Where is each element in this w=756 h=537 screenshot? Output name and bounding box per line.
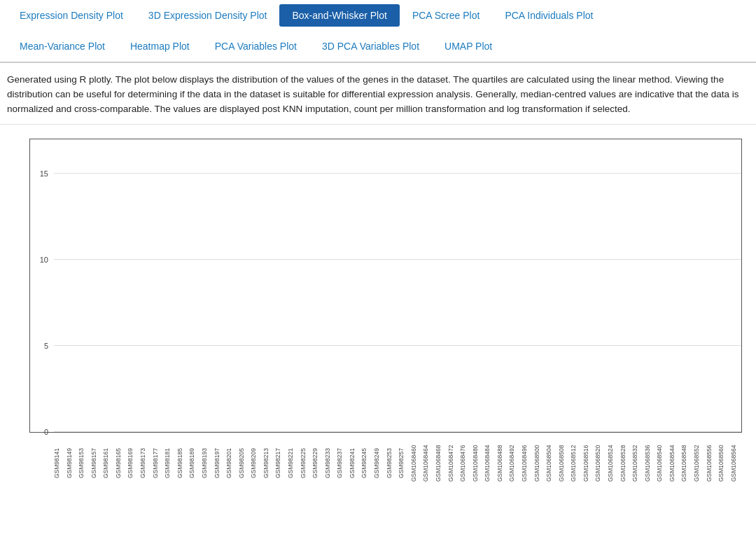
- x-label: GSM98229: [312, 433, 324, 496]
- x-label: GSM1068536: [644, 433, 657, 496]
- x-label: GSM98213: [262, 433, 275, 496]
- x-label: GSM1068500: [533, 433, 546, 496]
- x-label: GSM1068484: [484, 433, 496, 496]
- tab-heatmap[interactable]: Heatmap Plot: [118, 35, 202, 57]
- x-label: GSM98165: [115, 433, 127, 496]
- x-label: GSM98189: [188, 433, 201, 496]
- tab-expression-density[interactable]: Expression Density Plot: [7, 4, 136, 27]
- chart-inner: 0 5 10 15 GSM98141GSM98149GSM98153GSM981…: [29, 139, 742, 496]
- x-label: GSM98241: [349, 433, 361, 496]
- tab-pca-scree[interactable]: PCA Scree Plot: [400, 4, 493, 27]
- x-label: GSM98225: [300, 433, 312, 496]
- tab-3d-expression-density[interactable]: 3D Expression Density Plot: [136, 4, 280, 27]
- x-label: GSM98209: [250, 433, 262, 496]
- tab-mean-variance[interactable]: Mean-Variance Plot: [7, 35, 118, 57]
- x-label: GSM98161: [102, 433, 115, 496]
- x-label: GSM98141: [53, 433, 66, 496]
- tab-3d-pca-variables[interactable]: 3D PCA Variables Plot: [309, 35, 432, 57]
- x-label: GSM1068524: [607, 433, 620, 496]
- y-axis-label: [14, 139, 29, 496]
- x-label: GSM1068504: [545, 433, 558, 496]
- x-label: GSM98233: [324, 433, 337, 496]
- x-label: GSM1068548: [680, 433, 693, 496]
- x-label: GSM98149: [66, 433, 78, 496]
- tabs-row1: Expression Density Plot3D Expression Den…: [0, 0, 756, 31]
- x-label: GSM1068468: [435, 433, 447, 496]
- y-tick-0: 0: [30, 428, 51, 436]
- x-label: GSM98185: [176, 433, 189, 496]
- x-label: GSM1068552: [693, 433, 706, 496]
- x-label: GSM98197: [214, 433, 226, 496]
- x-labels-container: GSM98141GSM98149GSM98153GSM98157GSM98161…: [53, 433, 742, 496]
- x-label: GSM98245: [360, 433, 373, 496]
- x-label: GSM98205: [238, 433, 251, 496]
- boxes-svg: [54, 139, 741, 432]
- x-label: GSM1068492: [508, 433, 521, 496]
- x-label: GSM98157: [90, 433, 103, 496]
- x-label: GSM98193: [201, 433, 214, 496]
- x-label: GSM1068520: [594, 433, 607, 496]
- x-label: GSM98249: [373, 433, 386, 496]
- x-label: GSM1068532: [631, 433, 644, 496]
- x-label: GSM1068528: [620, 433, 632, 496]
- chart-wrapper: 0 5 10 15 GSM98141GSM98149GSM98153GSM981…: [14, 139, 742, 496]
- x-label: GSM98181: [164, 433, 176, 496]
- x-label: GSM98173: [139, 433, 152, 496]
- x-label: GSM98253: [386, 433, 398, 496]
- x-label: GSM1068464: [422, 433, 435, 496]
- y-tick-10: 10: [30, 256, 51, 264]
- x-label: GSM1068472: [447, 433, 460, 496]
- x-label: GSM98153: [78, 433, 90, 496]
- x-label: GSM1068564: [730, 433, 742, 496]
- x-label: GSM98169: [127, 433, 139, 496]
- tabs-row2: Mean-Variance PlotHeatmap PlotPCA Variab…: [0, 31, 756, 63]
- tab-pca-individuals[interactable]: PCA Individuals Plot: [492, 4, 606, 27]
- x-label: GSM1068512: [570, 433, 582, 496]
- x-label: GSM1068540: [656, 433, 668, 496]
- tab-pca-variables[interactable]: PCA Variables Plot: [202, 35, 309, 57]
- x-label: GSM1068476: [459, 433, 472, 496]
- x-label: GSM1068488: [496, 433, 509, 496]
- chart-area: 0 5 10 15 GSM98141GSM98149GSM98153GSM981…: [0, 125, 756, 503]
- x-label: GSM1068560: [718, 433, 730, 496]
- x-label: GSM1068480: [472, 433, 484, 496]
- description-text: Generated using R plotly. The plot below…: [0, 63, 756, 125]
- x-label: GSM1068460: [410, 433, 423, 496]
- plot-container: 0 5 10 15: [29, 139, 742, 433]
- x-label: GSM1068544: [668, 433, 681, 496]
- x-label: GSM1068556: [706, 433, 718, 496]
- tab-box-whisker[interactable]: Box-and-Whisker Plot: [279, 4, 399, 27]
- x-label: GSM1068516: [582, 433, 595, 496]
- x-label: GSM98237: [336, 433, 349, 496]
- x-label: GSM98177: [152, 433, 164, 496]
- x-label: GSM98201: [225, 433, 238, 496]
- x-label: GSM98221: [287, 433, 300, 496]
- y-tick-5: 5: [30, 342, 51, 350]
- plot-area: [54, 139, 741, 432]
- x-label: GSM98257: [398, 433, 410, 496]
- x-label: GSM1068496: [521, 433, 533, 496]
- x-label: GSM98217: [274, 433, 287, 496]
- x-label: GSM1068508: [558, 433, 570, 496]
- tab-umap[interactable]: UMAP Plot: [432, 35, 505, 57]
- y-tick-15: 15: [30, 169, 51, 178]
